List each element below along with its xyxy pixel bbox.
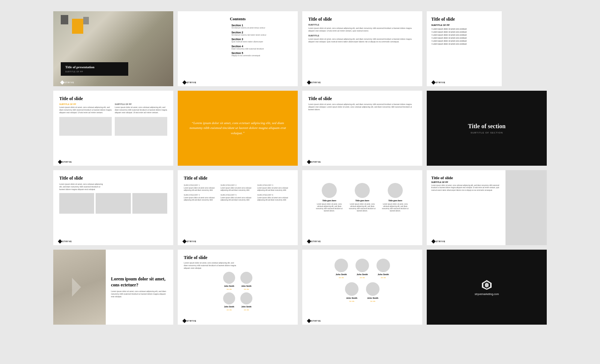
sub-6: SUBCATEGORY 6 Lorem ipsum dolor sit amet… xyxy=(257,194,292,201)
section-label: Section 5 xyxy=(231,52,292,54)
image-1 xyxy=(59,193,94,214)
team-row-bottom: John Smith Job title John Smith Job titl… xyxy=(308,282,416,302)
slide-6: “Lorem ipsum dolor sit amet, cons ectetu… xyxy=(178,91,298,166)
circle-shape xyxy=(355,183,370,198)
circle-2: Title goes here Lorem ipsum dolor sit am… xyxy=(347,183,377,212)
body-text: Lorem ipsum dolor sit amet, cons volutua… xyxy=(59,183,104,191)
person-role: Job title xyxy=(349,300,354,302)
sub-label: SUBCATEGORY 2 xyxy=(220,184,255,186)
person-4: John Smith Job title xyxy=(240,292,252,311)
logo-icon xyxy=(58,239,62,243)
section-5: Section 5 Aliquip ex ea commodo consequa… xyxy=(231,52,292,57)
person-1: John Smith Job title xyxy=(334,259,348,279)
circles-row: Title goes here Lorem ipsum dolor sit am… xyxy=(308,183,416,212)
slide-title: Title of slide xyxy=(308,16,416,22)
bullet-2: Lorem ipsum dolor sit amet cons ectetuer xyxy=(431,30,497,33)
person-role: Job title xyxy=(226,288,232,290)
slide-12: Title of slide SUBTITLE OF PP Lorem ipsu… xyxy=(427,170,547,245)
logo: STRYVE xyxy=(58,160,72,163)
big-title: Lorem ipsum dolor sit amet, cons ectetue… xyxy=(111,276,168,288)
logo-text: STRYVE xyxy=(64,81,74,84)
section-label: Section 3 xyxy=(231,38,292,40)
image-2 xyxy=(96,193,130,214)
logo: STRYVE xyxy=(183,81,196,84)
logo-text: STRYVE xyxy=(187,240,196,243)
logo-text: STRYVE xyxy=(311,320,321,322)
content-right xyxy=(502,11,547,86)
avatar xyxy=(334,259,348,272)
sub-label: SUBCATEGORY 1 xyxy=(184,184,218,186)
section-1: Section 1 Sit interum viverra sit amet m… xyxy=(231,24,292,29)
sub-text: Lorem ipsum dolor sit amet cons volutuat… xyxy=(220,197,255,201)
circle-shape xyxy=(388,183,403,198)
section-text: Quis nostrud exerci tation ullamcorper xyxy=(231,40,292,43)
avatar xyxy=(240,272,252,284)
logo-icon xyxy=(481,279,492,291)
logo-icon xyxy=(182,239,186,243)
person-2: John Smith Job title xyxy=(240,272,252,290)
section-subtitle: SUBTITLE OF SECTION xyxy=(471,132,503,134)
sub-1: SUBCATEGORY 1 Lorem ipsum dolor sit amet… xyxy=(184,184,218,192)
slide-11: Title goes here Lorem ipsum dolor sit am… xyxy=(302,170,422,245)
avatar xyxy=(223,292,235,304)
quote-text: “Lorem ipsum dolor sit amet, cons ectetu… xyxy=(187,121,289,136)
circle-title: Title goes here xyxy=(322,199,336,202)
col1-subtitle: SUBTITLE OF PP xyxy=(59,103,112,105)
slide-2: Contents Section 1 Sit interum viverra s… xyxy=(178,11,298,86)
logo-text: STRYVE xyxy=(187,320,196,322)
body-text: Lorem ipsum dolor sit amet, cons volutua… xyxy=(431,184,501,192)
person-name: John Smith xyxy=(367,297,378,299)
subtitle: SUBTITLE OF PP xyxy=(431,24,497,26)
logo-text: STRYVE xyxy=(311,240,321,243)
person-1: John Smith Job title xyxy=(223,272,235,290)
circle-title: Title goes here xyxy=(355,199,369,202)
title-box: Title of presentation SUBTITLE OF PP xyxy=(61,62,128,76)
avatar xyxy=(240,292,252,304)
logo-icon xyxy=(60,80,64,84)
slide-13: Lorem ipsum dolor sit amet, cons ectetue… xyxy=(53,250,173,325)
website-text: stryvemarketing.com xyxy=(475,293,499,295)
person-role: Job title xyxy=(370,300,375,302)
col1-image xyxy=(59,117,112,136)
subtitle: SUBTITLE OF PP xyxy=(431,181,501,183)
section-text: Sit interum viverra nisl lorem lorem oct… xyxy=(231,34,292,36)
slide-15: John Smith Job title John Smith Job titl… xyxy=(302,250,422,325)
sub-text: Lorem ipsum dolor sit amet cons volutuat… xyxy=(257,197,292,201)
circle-title: Title goes here xyxy=(388,199,402,202)
col2-image xyxy=(115,117,167,136)
bullet-3: Lorem ipsum dolor sit amet cons ectetuer xyxy=(431,33,497,36)
content-left: Title of slide SUBTITLE OF PP Lorem ipsu… xyxy=(427,11,502,86)
logo: STRYVE xyxy=(432,240,446,243)
slide-title: Title of slide xyxy=(431,175,501,180)
person-name: John Smith xyxy=(346,297,357,299)
bullet-6: Lorem ipsum dolor sit amet cons ectetuer xyxy=(431,42,497,45)
logo-icon xyxy=(182,319,186,323)
slide-title: Title of slide xyxy=(184,175,292,181)
deco-dark xyxy=(61,15,68,24)
slide-title: Title of presentation xyxy=(65,65,124,69)
logo-text: STRYVE xyxy=(436,81,446,84)
person-name: John Smith xyxy=(241,285,251,287)
circle-text: Lorem ipsum dolor sit amet, cons volutua… xyxy=(347,203,377,212)
avatar xyxy=(345,282,358,296)
logo-icon xyxy=(307,160,311,164)
content-left: Title of slide SUBTITLE OF PP Lorem ipsu… xyxy=(427,170,506,245)
logo-icon xyxy=(431,80,435,84)
sub-label: SUBCATEGORY 5 xyxy=(220,194,255,196)
team-row-top: John Smith Job title John Smith Job titl… xyxy=(184,272,292,290)
slide-8: Title of section SUBTITLE OF SECTION xyxy=(427,91,547,166)
column-2: SUBTITLE OF PP Lorem ipsum dolor sit ame… xyxy=(115,103,167,136)
avatar xyxy=(356,259,369,272)
logo-icon xyxy=(307,239,311,243)
subcategory-grid: SUBCATEGORY 1 Lorem ipsum dolor sit amet… xyxy=(184,184,292,201)
bullet-4: Lorem ipsum dolor sit amet cons ectetuer xyxy=(431,36,497,39)
slide-1: Title of presentation SUBTITLE OF PP STR… xyxy=(53,11,173,86)
logo-icon xyxy=(182,80,186,84)
logo-icon xyxy=(58,160,62,164)
sub-2: SUBCATEGORY 2 Lorem ipsum dolor sit amet… xyxy=(220,184,255,192)
circle-shape xyxy=(322,183,337,198)
logo: STRYVE xyxy=(61,81,74,84)
sub-5: SUBCATEGORY 5 Lorem ipsum dolor sit amet… xyxy=(220,194,255,201)
two-columns: SUBTITLE OF PP Lorem ipsum dolor sit ame… xyxy=(59,103,167,136)
body-text: Lorem ipsum dolor sit amet, cons volutua… xyxy=(111,290,168,298)
